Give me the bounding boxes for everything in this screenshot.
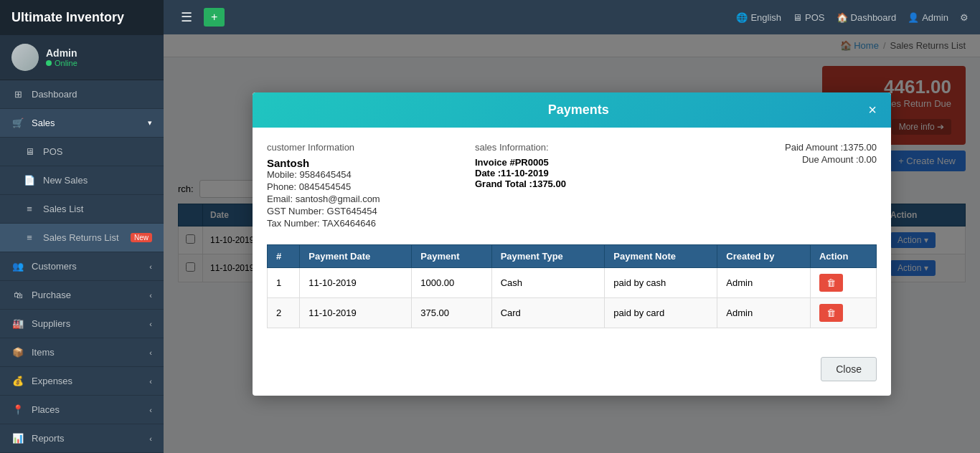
payments-modal: Payments × customer Information Santosh … (253, 92, 891, 396)
sidebar-item-suppliers[interactable]: 🏭 Suppliers ‹ (0, 310, 164, 338)
chevron-right-icon: ‹ (149, 291, 152, 300)
dashboard-nav-icon: 🏠 (837, 12, 848, 23)
sales-list-icon: ≡ (23, 204, 36, 214)
modal-body: customer Information Santosh Mobile: 958… (253, 128, 891, 357)
sidebar-item-label: Sales (32, 118, 148, 128)
add-button[interactable]: + (204, 8, 225, 27)
expenses-icon: 💰 (11, 376, 24, 386)
sidebar-item-label: Customers (32, 261, 149, 272)
chevron-right-icon: ‹ (149, 377, 152, 386)
content-area: 🏠 Home / Sales Returns List 4461.00 Sale… (164, 34, 980, 453)
avatar (11, 44, 39, 71)
pos-icon: 🖥 (793, 12, 802, 23)
sidebar-item-label: Items (32, 347, 149, 358)
sidebar-item-new-sales[interactable]: 📄 New Sales (0, 166, 164, 195)
payments-table: # Payment Date Payment Payment Type Paym… (267, 244, 877, 328)
close-button[interactable]: Close (821, 357, 877, 381)
sidebar-item-label: Places (32, 404, 149, 415)
places-icon: 📍 (11, 404, 24, 415)
sales-info-col: sales Information: Invoice #PR0005 Date … (475, 142, 669, 230)
pay-date: 11-10-2019 (300, 267, 412, 297)
user-icon: 👤 (908, 12, 919, 23)
user-status: Online (46, 59, 77, 67)
pay-action[interactable]: 🗑 (810, 267, 876, 297)
sidebar-item-purchase[interactable]: 🛍 Purchase ‹ (0, 281, 164, 310)
customers-icon: 👥 (11, 261, 24, 272)
pay-num: 1 (268, 267, 300, 297)
sidebar-item-expenses[interactable]: 💰 Expenses ‹ (0, 367, 164, 396)
chevron-down-icon: ▾ (148, 118, 152, 128)
paid-amount-label: Paid Amount :1375.00 (683, 142, 877, 153)
modal-title: Payments (288, 102, 868, 118)
pay-col-date: Payment Date (300, 244, 412, 267)
customer-tax: Tax Number: TAX6464646 (267, 218, 461, 229)
sidebar-item-label: Purchase (32, 290, 149, 300)
customer-mobile: Mobile: 9584645454 (267, 169, 461, 180)
chevron-right-icon: ‹ (149, 320, 152, 328)
pay-col-payment: Payment (412, 244, 491, 267)
modal-header: Payments × (253, 92, 891, 128)
pay-date: 11-10-2019 (300, 297, 412, 328)
dashboard-link[interactable]: 🏠 Dashboard (837, 12, 897, 23)
pay-action[interactable]: 🗑 (810, 297, 876, 328)
sales-grand-total: Grand Total :1375.00 (475, 178, 669, 189)
customer-phone: Phone: 0845454545 (267, 181, 461, 192)
customer-info-col: customer Information Santosh Mobile: 958… (267, 142, 461, 230)
sidebar-item-label: Expenses (32, 376, 149, 386)
delete-payment-button[interactable]: 🗑 (819, 274, 843, 292)
pay-col-type: Payment Type (491, 244, 605, 267)
hamburger-button[interactable]: ☰ (175, 6, 198, 28)
username-label: Admin (46, 47, 77, 59)
language-selector[interactable]: 🌐 English (736, 12, 781, 23)
sidebar-item-label: Sales List (43, 204, 152, 214)
due-amount-label: Due Amount :0.00 (683, 154, 877, 165)
pay-col-note: Payment Note (605, 244, 717, 267)
customer-gst: GST Number: GST645454 (267, 206, 461, 216)
sidebar-item-sales-list[interactable]: ≡ Sales List (0, 195, 164, 224)
sidebar-item-reports[interactable]: 📊 Reports ‹ (0, 424, 164, 453)
sidebar-item-customers[interactable]: 👥 Customers ‹ (0, 252, 164, 281)
payment-row: 1 11-10-2019 1000.00 Cash paid by cash A… (268, 267, 877, 297)
admin-user-link[interactable]: 👤 Admin (908, 12, 948, 23)
chevron-right-icon: ‹ (149, 406, 152, 414)
sidebar-item-sales[interactable]: 🛒 Sales ▾ (0, 109, 164, 138)
suppliers-icon: 🏭 (11, 318, 24, 329)
sidebar-item-label: New Sales (43, 175, 152, 186)
modal-close-button[interactable]: × (868, 102, 877, 117)
gear-icon: ⚙ (960, 12, 969, 23)
sales-icon: 🛒 (11, 118, 24, 128)
pay-num: 2 (268, 297, 300, 328)
sidebar-user: Admin Online (0, 35, 164, 80)
sidebar: Ultimate Inventory Admin Online ⊞ Dashbo… (0, 0, 164, 453)
sidebar-item-sales-returns-list[interactable]: ≡ Sales Returns List New (0, 224, 164, 252)
sidebar-item-dashboard[interactable]: ⊞ Dashboard (0, 80, 164, 109)
sales-returns-icon: ≡ (23, 232, 36, 243)
sidebar-menu: ⊞ Dashboard 🛒 Sales ▾ 🖥 POS 📄 New Sales … (0, 80, 164, 453)
purchase-icon: 🛍 (11, 290, 24, 300)
top-nav-left: ☰ + (175, 6, 225, 28)
payment-row: 2 11-10-2019 375.00 Card paid by card Ad… (268, 297, 877, 328)
modal-info-row: customer Information Santosh Mobile: 958… (267, 142, 877, 230)
pay-col-created: Created by (717, 244, 811, 267)
pos-link[interactable]: 🖥 POS (793, 12, 824, 23)
main-area: ☰ + 🌐 English 🖥 POS 🏠 Dashboard 👤 (164, 0, 980, 453)
sidebar-item-pos[interactable]: 🖥 POS (0, 138, 164, 166)
reports-icon: 📊 (11, 433, 24, 444)
settings-link[interactable]: ⚙ (960, 12, 969, 23)
top-nav: ☰ + 🌐 English 🖥 POS 🏠 Dashboard 👤 (164, 0, 980, 34)
customer-name: Santosh (267, 157, 461, 169)
top-nav-right: 🌐 English 🖥 POS 🏠 Dashboard 👤 Admin ⚙ (736, 12, 969, 23)
pay-created: Admin (717, 297, 811, 328)
sales-invoice: Invoice #PR0005 (475, 157, 669, 168)
delete-payment-button[interactable]: 🗑 (819, 304, 843, 322)
items-icon: 📦 (11, 347, 24, 358)
sidebar-item-label: Dashboard (32, 89, 152, 100)
sidebar-item-items[interactable]: 📦 Items ‹ (0, 338, 164, 367)
sidebar-item-label: Suppliers (32, 318, 149, 329)
pay-created: Admin (717, 267, 811, 297)
pos-icon: 🖥 (23, 146, 36, 157)
sidebar-item-places[interactable]: 📍 Places ‹ (0, 396, 164, 424)
customer-section-label: customer Information (267, 142, 461, 153)
customer-email: Email: santosh@gmail.com (267, 194, 461, 204)
sales-section-label: sales Information: (475, 142, 669, 153)
